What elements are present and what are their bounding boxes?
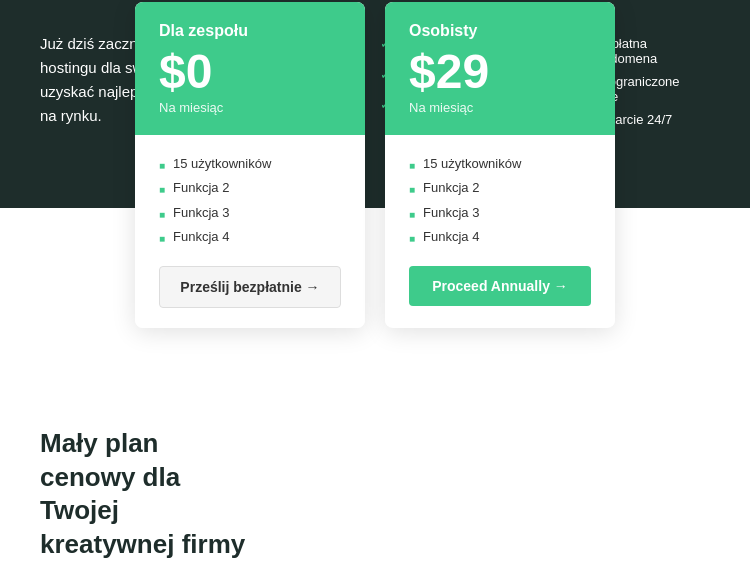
list-item: ■Funkcja 4 [159,228,341,246]
list-item: ■Funkcja 2 [409,179,591,197]
list-item: ■Funkcja 4 [409,228,591,246]
bottom-section: Mały plan cenowy dla Twojej kreatywnej f… [0,372,750,582]
team-cta-button[interactable]: Prześlij bezpłatnie → [159,266,341,308]
feature-list-personal: ■15 użytkowników■Funkcja 2■Funkcja 3■Fun… [409,155,591,246]
card-price-team: $0 [159,48,341,96]
pricing-card-team: Dla zespołu $0 Na miesiąc ■15 użytkownik… [135,2,365,328]
card-body-personal: ■15 użytkowników■Funkcja 2■Funkcja 3■Fun… [385,135,615,326]
list-item: ■Funkcja 2 [159,179,341,197]
bottom-headline: Mały plan cenowy dla Twojej kreatywnej f… [40,427,260,562]
bullet-icon: ■ [409,208,415,222]
personal-cta-button[interactable]: Proceed Annually → [409,266,591,306]
bullet-icon: ■ [409,183,415,197]
pricing-cards-row: Dla zespołu $0 Na miesiąc ■15 użytkownik… [135,2,615,328]
card-header-personal: Osobisty $29 Na miesiąc [385,2,615,135]
card-period-team: Na miesiąc [159,100,341,115]
card-header-team: Dla zespołu $0 Na miesiąc [135,2,365,135]
card-title-personal: Osobisty [409,22,591,40]
bullet-icon: ■ [159,208,165,222]
bullet-icon: ■ [409,159,415,173]
card-period-personal: Na miesiąc [409,100,591,115]
top-section: Już dziś zacznij używać static.app jako … [0,0,750,208]
card-title-team: Dla zespołu [159,22,341,40]
card-body-team: ■15 użytkowników■Funkcja 2■Funkcja 3■Fun… [135,135,365,328]
list-item: ■15 użytkowników [159,155,341,173]
feature-list-team: ■15 użytkowników■Funkcja 2■Funkcja 3■Fun… [159,155,341,246]
list-item: ■Funkcja 3 [409,204,591,222]
list-item: ■Funkcja 3 [159,204,341,222]
bullet-icon: ■ [159,232,165,246]
card-price-personal: $29 [409,48,591,96]
list-item: ■15 użytkowników [409,155,591,173]
bullet-icon: ■ [159,159,165,173]
bullet-icon: ■ [159,183,165,197]
bullet-icon: ■ [409,232,415,246]
pricing-card-personal: Osobisty $29 Na miesiąc ■15 użytkowników… [385,2,615,328]
